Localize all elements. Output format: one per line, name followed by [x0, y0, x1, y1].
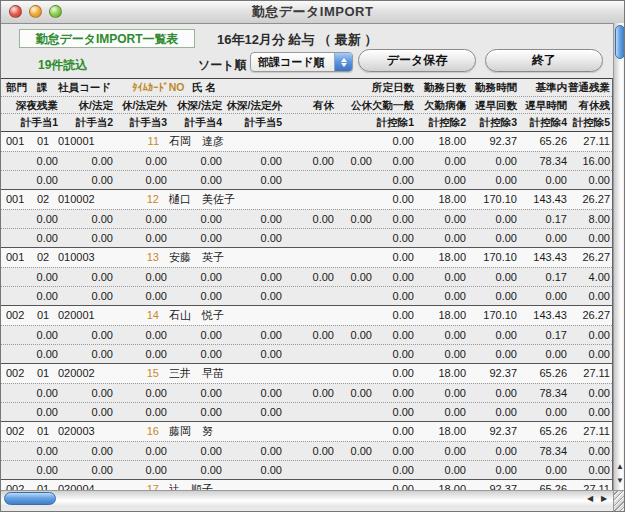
- table-record[interactable]: 0010201000313安藤 英子0.0018.00170.10143.432…: [1, 248, 612, 306]
- cell-value: 0.00: [351, 268, 372, 287]
- cell-value: 0.00: [445, 287, 466, 306]
- table-record[interactable]: 0020102000114石山 悦子0.0018.00170.10143.432…: [1, 306, 612, 364]
- cell-value: 0.00: [393, 422, 414, 441]
- cell-value: 0.00: [92, 210, 113, 229]
- cell-value: 8.00: [589, 210, 610, 229]
- sort-order-select[interactable]: 部課コード順: [250, 52, 353, 72]
- cell-dept: 002: [6, 480, 24, 490]
- cell-dept: 001: [6, 190, 24, 209]
- record-row: 0.000.000.000.000.000.000.000.000.000.00…: [1, 267, 612, 286]
- cell-value: 0.00: [92, 345, 113, 364]
- cell-value: 0.00: [313, 210, 334, 229]
- cell-value: 18.00: [438, 132, 466, 151]
- cell-value: 78.34: [539, 384, 567, 403]
- cell-value: 0.00: [261, 384, 282, 403]
- cell-value: 0.00: [201, 442, 222, 461]
- cell-employee-code: 010003: [58, 248, 95, 267]
- table-record[interactable]: 0010201000212樋口 美佐子0.0018.00170.10143.43…: [1, 190, 612, 248]
- list-title-box: 勤怠データIMPORT一覧表: [19, 29, 195, 48]
- cell-value: 0.00: [393, 287, 414, 306]
- horizontal-scrollbar[interactable]: ◀ ▶: [1, 490, 613, 507]
- cell-employee-code: 020002: [58, 364, 95, 383]
- cell-value: 65.26: [539, 422, 567, 441]
- record-row: 0.000.000.000.000.000.000.000.000.000.00: [1, 170, 612, 189]
- cell-value: 0.00: [589, 326, 610, 345]
- table-record[interactable]: 0010101000111石岡 達彦0.0018.0092.3765.2627.…: [1, 132, 612, 190]
- sort-order-label: ソート順: [198, 57, 247, 74]
- minimize-button[interactable]: [29, 5, 42, 18]
- cell-value: 0.00: [445, 171, 466, 190]
- cell-value: 0.00: [146, 210, 167, 229]
- cell-dept: 002: [6, 364, 24, 383]
- record-row: 0010201000212樋口 美佐子0.0018.00170.10143.43…: [1, 190, 612, 209]
- cell-value: 0.00: [201, 210, 222, 229]
- col-dept: 部門: [6, 79, 27, 96]
- close-button[interactable]: [9, 5, 22, 18]
- cell-value: 0.00: [201, 229, 222, 248]
- zoom-button[interactable]: [49, 5, 62, 18]
- cell-dept: 002: [6, 306, 24, 325]
- cell-employee-code: 020001: [58, 306, 95, 325]
- cell-value: 143.43: [533, 248, 567, 267]
- cell-value: 0.00: [261, 442, 282, 461]
- record-row: 0.000.000.000.000.000.000.000.000.000.00…: [1, 383, 612, 402]
- cell-value: 0.00: [261, 171, 282, 190]
- cell-value: 27.11: [583, 132, 610, 151]
- table-record[interactable]: 0020102000316藤岡 努0.0018.0092.3765.2627.1…: [1, 422, 612, 480]
- cell-value: 0.00: [445, 345, 466, 364]
- scroll-right-arrow[interactable]: ▶: [597, 491, 611, 507]
- cell-value: 0.00: [261, 403, 282, 422]
- cell-value: 0.00: [92, 287, 113, 306]
- cell-value: 0.00: [351, 442, 372, 461]
- header-row-2: 深夜残業 休/法定 休/法定外 休深/法定 休深/法定外 有休 公休 欠勤一般 …: [1, 96, 612, 113]
- vertical-scrollbar-thumb[interactable]: [615, 25, 625, 59]
- cell-value: 0.00: [201, 326, 222, 345]
- cell-name: 石岡 達彦: [169, 132, 224, 151]
- cell-value: 0.00: [393, 403, 414, 422]
- resize-grip[interactable]: [613, 490, 625, 512]
- cell-value: 0.00: [445, 403, 466, 422]
- cell-value: 65.26: [539, 132, 567, 151]
- traffic-lights: [9, 5, 62, 18]
- cell-timecard-no: 15: [147, 364, 159, 383]
- col-work-days: 勤務日数: [424, 79, 466, 96]
- record-row: 0.000.000.000.000.000.000.000.000.000.00: [1, 402, 612, 421]
- col-paid-leave: 有休: [313, 97, 334, 114]
- scroll-left-arrow[interactable]: ◀: [583, 491, 597, 507]
- cell-value: 0.00: [351, 384, 372, 403]
- import-table: 部門 課 社員コード ﾀｲﾑｶｰﾄﾞNO 氏 名 所定日数 勤務日数 勤務時間 …: [1, 78, 613, 490]
- header-row-1: 部門 課 社員コード ﾀｲﾑｶｰﾄﾞNO 氏 名 所定日数 勤務日数 勤務時間 …: [1, 79, 612, 96]
- period-label: 16年12月分 給与 （ 最新 ）: [217, 31, 377, 49]
- cell-value: 170.10: [483, 190, 517, 209]
- cell-value: 0.00: [393, 190, 414, 209]
- save-data-button[interactable]: データ保存: [358, 49, 476, 72]
- cell-value: 0.00: [92, 152, 113, 171]
- cell-value: 18.00: [438, 190, 466, 209]
- horizontal-scrollbar-thumb[interactable]: [4, 492, 56, 505]
- cell-value: 27.11: [583, 422, 610, 441]
- cell-value: 0.00: [201, 384, 222, 403]
- cell-value: 0.00: [546, 171, 567, 190]
- cell-value: 0.00: [261, 287, 282, 306]
- col-work-hours: 勤務時間: [475, 79, 517, 96]
- record-row: 0.000.000.000.000.000.000.000.000.000.00…: [1, 325, 612, 344]
- vertical-scrollbar[interactable]: ▲ ▼: [613, 23, 625, 490]
- cell-value: 65.26: [539, 364, 567, 383]
- cell-value: 65.26: [539, 480, 567, 490]
- cell-value: 0.00: [92, 442, 113, 461]
- quit-button[interactable]: 終了: [485, 49, 603, 72]
- scroll-down-arrow[interactable]: ▼: [614, 474, 625, 488]
- table-record[interactable]: 0020102000417辻 順子0.0018.0092.3765.2627.1…: [1, 480, 612, 490]
- cell-value: 0.00: [92, 461, 113, 480]
- cell-value: 143.43: [533, 190, 567, 209]
- cell-value: 0.00: [496, 210, 517, 229]
- cell-value: 0.17: [546, 326, 567, 345]
- cell-value: 0.00: [37, 171, 58, 190]
- cell-value: 0.00: [37, 326, 58, 345]
- col-paid-leave-left: 有休残: [579, 97, 611, 114]
- window-titlebar[interactable]: 勤怠データIMPORT: [1, 1, 624, 24]
- cell-value: 0.00: [496, 326, 517, 345]
- table-record[interactable]: 0020102000215三井 早苗0.0018.0092.3765.2627.…: [1, 364, 612, 422]
- header-row-3: 計手当1 計手当2 計手当3 計手当4 計手当5 計控除1 計控除2 計控除3 …: [1, 113, 612, 130]
- scroll-up-arrow[interactable]: ▲: [614, 460, 625, 474]
